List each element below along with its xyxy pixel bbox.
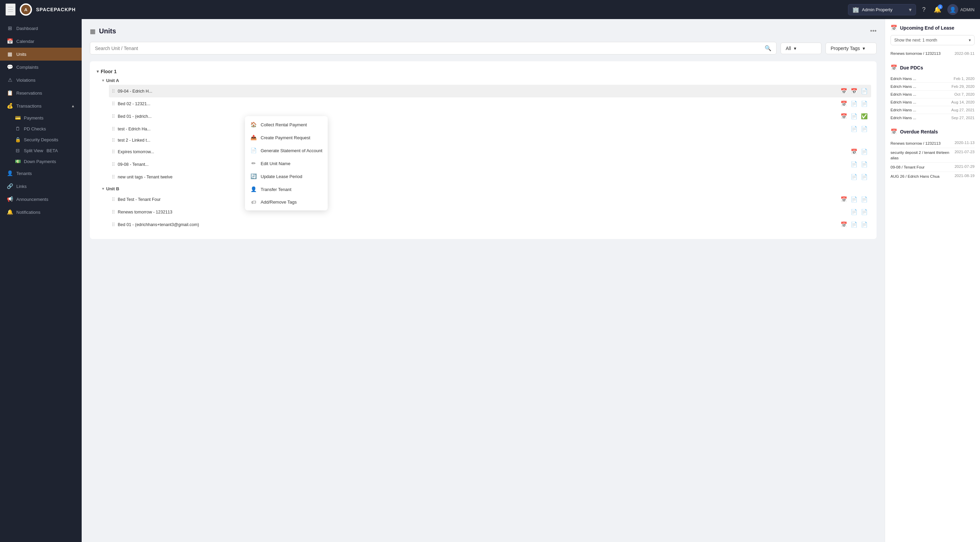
app-logo: A <box>20 3 32 16</box>
tenant-row[interactable]: ⠿ Bed 01 - (edrich... 📅 📄 ✅ <box>109 110 871 123</box>
tenant-row[interactable]: ⠿ test 2 - Linked t... <box>109 135 871 145</box>
context-menu-item-edit-unit[interactable]: ✏ Edit Unit Name <box>245 157 328 170</box>
admin-avatar[interactable]: 👤 ADMIN <box>947 4 975 15</box>
search-input[interactable] <box>95 46 762 51</box>
sidebar: ⊞ Dashboard 📅 Calendar ▦ Units 💬 Complai… <box>0 19 82 542</box>
doc-red-icon[interactable]: 📄 <box>860 160 869 168</box>
tenant-row[interactable]: ⠿ Bed 02 - 12321... 📅 📄 📄 <box>109 97 871 110</box>
sidebar-label-complaints: Complaints <box>16 65 75 70</box>
all-filter-select[interactable]: All ▾ <box>781 43 821 54</box>
overdue-tenant: security deposit 2 / tenant thirteen ali… <box>891 150 955 161</box>
sidebar-item-pd-checks[interactable]: 🗒 PD Checks <box>0 123 82 134</box>
doc-red-icon[interactable]: 📄 <box>860 208 869 216</box>
sidebar-item-links[interactable]: 🔗 Links <box>0 180 82 193</box>
violations-icon: ⚠ <box>7 77 13 83</box>
pdc-item: Edrich Hans ... Sep 27, 2021 <box>891 114 975 121</box>
doc-orange-icon[interactable]: 📄 <box>850 125 858 133</box>
property-tags-select[interactable]: Property Tags ▾ <box>826 43 877 54</box>
doc-red-icon[interactable]: 📄 <box>860 195 869 203</box>
logo-icon: A <box>21 5 30 14</box>
sidebar-item-announcements[interactable]: 📢 Announcements <box>0 193 82 206</box>
context-menu-label-update-lease: Update Lease Period <box>261 174 302 179</box>
doc-red-icon[interactable]: 📄 <box>860 125 869 133</box>
sidebar-item-dashboard[interactable]: ⊞ Dashboard <box>0 22 82 35</box>
sidebar-item-units[interactable]: ▦ Units <box>0 48 82 61</box>
help-button[interactable]: ? <box>920 4 928 15</box>
tenant-actions: 📅 📄 ✅ <box>840 112 869 120</box>
floor-group-1: ▾ Floor 1 ▾ Unit A ⠿ 09-04 - Edrich H... <box>95 67 871 231</box>
end-of-lease-title: Upcoming End of Lease <box>900 25 954 31</box>
context-menu-label-transfer-tenant: Transfer Tenant <box>261 187 291 192</box>
sidebar-label-split-view: Split View <box>24 148 43 153</box>
sidebar-item-payments[interactable]: 💳 Payments <box>0 112 82 123</box>
calendar-red-icon[interactable]: 📅 <box>840 100 848 108</box>
sidebar-item-security-deposits[interactable]: 🔒 Security Deposits <box>0 134 82 145</box>
property-selector[interactable]: 🏢 Admin Property ▾ <box>848 4 916 15</box>
tenant-row[interactable]: ⠿ Bed 01 - (edrichhans+tenant3@gmail.com… <box>109 218 871 231</box>
doc-orange-icon[interactable]: 📄 <box>860 87 869 95</box>
sidebar-item-transactions[interactable]: 💰 Transactions ▲ <box>0 99 82 112</box>
calendar-red-icon[interactable]: 📅 <box>840 112 848 120</box>
context-menu-item-add-remove-tags[interactable]: 🏷 Add/Remove Tags <box>245 196 328 208</box>
calendar-red-icon[interactable]: 📅 <box>840 221 848 228</box>
unit-b-header[interactable]: ▾ Unit B <box>101 185 871 193</box>
unit-a-label: Unit A <box>106 78 119 83</box>
floor-1-header[interactable]: ▾ Floor 1 <box>95 67 871 76</box>
notification-button[interactable]: 🔔 1 <box>932 4 943 15</box>
doc-orange-icon[interactable]: 📄 <box>850 195 858 203</box>
calendar-red-icon[interactable]: 📅 <box>850 148 858 156</box>
doc-orange-icon[interactable]: 📄 <box>860 100 869 108</box>
pdc-tenant: Edrich Hans ... <box>891 84 916 89</box>
pdc-item: Edrich Hans ... Aug 14, 2020 <box>891 99 975 106</box>
pdc-date: Sep 27, 2021 <box>951 116 975 120</box>
sidebar-item-down-payments[interactable]: 💵 Down Payments <box>0 156 82 167</box>
hamburger-button[interactable]: ☰ <box>5 3 16 16</box>
pdc-item: Edrich Hans ... Oct 7, 2020 <box>891 91 975 99</box>
doc-red-icon[interactable]: 📄 <box>850 112 858 120</box>
pdc-item: Edrich Hans ... Feb 29, 2020 <box>891 83 975 91</box>
context-menu-item-generate-statement[interactable]: 📄 Generate Statement of Account <box>245 144 328 157</box>
unit-a-header[interactable]: ▾ Unit A <box>101 76 871 85</box>
calendar-red-icon[interactable]: 📅 <box>840 195 848 203</box>
tenants-icon: 👤 <box>7 170 13 176</box>
property-chevron-icon: ▾ <box>909 6 912 13</box>
tenant-row[interactable]: ⠿ test - Edrich Ha... 📄 📄 <box>109 123 871 135</box>
doc-orange-icon[interactable]: 📄 <box>850 208 858 216</box>
end-of-lease-filter[interactable]: Show the next: 1 month ▾ <box>891 35 975 45</box>
more-button[interactable]: ••• <box>870 27 877 35</box>
end-of-lease-icon: 📅 <box>891 24 897 31</box>
context-menu-item-update-lease[interactable]: 🔄 Update Lease Period <box>245 170 328 183</box>
doc-orange-icon[interactable]: 📄 <box>850 160 858 168</box>
drag-handle-icon: ⠿ <box>111 209 115 215</box>
doc-red-icon[interactable]: 📄 <box>860 221 869 228</box>
tenant-row[interactable]: ⠿ Renews tomorrow - 1232113 📄 📄 <box>109 206 871 218</box>
sidebar-item-complaints[interactable]: 💬 Complaints <box>0 61 82 73</box>
sidebar-item-notifications[interactable]: 🔔 Notifications <box>0 206 82 218</box>
doc-red-icon[interactable]: 📄 <box>860 173 869 181</box>
sidebar-item-calendar[interactable]: 📅 Calendar <box>0 35 82 48</box>
edit-unit-icon: ✏ <box>250 160 256 166</box>
context-menu-item-collect-rental[interactable]: 🏠 Collect Rental Payment <box>245 118 328 131</box>
context-menu-item-create-payment[interactable]: 📤 Create Payment Request <box>245 131 328 144</box>
tenant-row[interactable]: ⠿ 09-08 - Tenant... 📄 📄 <box>109 158 871 171</box>
tenant-row[interactable]: ⠿ new unit tags - Tenant twelve 📄 📄 <box>109 171 871 183</box>
calendar-orange-icon[interactable]: 📅 <box>840 87 848 95</box>
doc-orange-icon[interactable]: 📄 <box>850 173 858 181</box>
top-navigation: ☰ A SPACEPACKPH 🏢 Admin Property ▾ ? 🔔 1… <box>0 0 980 19</box>
doc-red-icon[interactable]: 📄 <box>860 148 869 156</box>
sidebar-item-split-view[interactable]: ⊟ Split View BETA <box>0 145 82 156</box>
sidebar-item-reservations[interactable]: 📋 Reservations <box>0 86 82 99</box>
calendar-red-icon[interactable]: 📅 <box>850 87 858 95</box>
doc-red-icon[interactable]: 📄 <box>850 100 858 108</box>
sidebar-item-violations[interactable]: ⚠ Violations <box>0 73 82 86</box>
context-menu-item-transfer-tenant[interactable]: 👤 Transfer Tenant <box>245 183 328 196</box>
doc-orange-icon[interactable]: 📄 <box>850 221 858 228</box>
tenant-row[interactable]: ⠿ Bed Test - Tenant Four 📅 📄 📄 <box>109 193 871 206</box>
tenant-row[interactable]: ⠿ 09-04 - Edrich H... 📅 📅 📄 <box>109 85 871 97</box>
floor-1-label: Floor 1 <box>101 69 117 74</box>
check-green-icon[interactable]: ✅ <box>860 112 869 120</box>
drag-handle-icon: ⠿ <box>111 162 115 167</box>
tenant-actions: 📄 📄 <box>850 173 869 181</box>
sidebar-item-tenants[interactable]: 👤 Tenants <box>0 167 82 180</box>
tenant-row[interactable]: ⠿ Expires tomorrow... 📅 📄 <box>109 145 871 158</box>
